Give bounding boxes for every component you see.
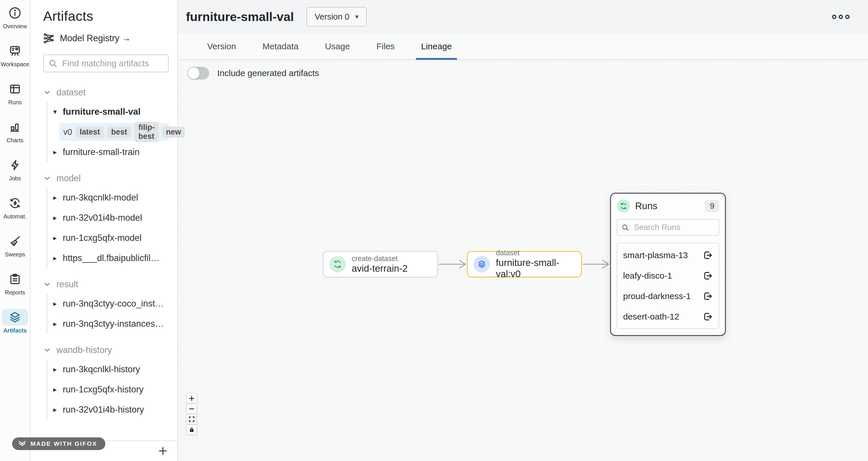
tree-section-header[interactable]: dataset bbox=[43, 85, 169, 100]
tree-section-header[interactable]: result bbox=[43, 277, 169, 292]
artifacts-sidebar: Artifacts Model Registry → dataset ▾ fur… bbox=[31, 0, 178, 461]
model-registry-link[interactable]: Model Registry → bbox=[43, 33, 169, 44]
nav-item-sweeps[interactable]: Sweeps bbox=[0, 233, 30, 271]
include-generated-toggle[interactable] bbox=[187, 67, 209, 80]
tree-item-furniture-small-val[interactable]: ▾ furniture-small-val bbox=[51, 102, 169, 122]
zoom-out-button[interactable] bbox=[187, 404, 196, 414]
tree-item[interactable]: ▸ run-3nq3ctyy-coco_inst… bbox=[51, 294, 169, 314]
tab-lineage[interactable]: Lineage bbox=[419, 33, 454, 59]
artifact-search-input[interactable] bbox=[62, 58, 163, 68]
nav-item-jobs[interactable]: Jobs bbox=[0, 157, 30, 195]
node-dataset-furniture-small-val-v0[interactable]: dataset furniture-small-val:v0 bbox=[467, 251, 582, 278]
tree-item[interactable]: ▸ run-32v01i4b-model bbox=[51, 208, 169, 228]
search-icon bbox=[621, 224, 629, 231]
tree-item[interactable]: ▸ run-3nq3ctyy-instances… bbox=[51, 314, 169, 334]
runs-panel-title: Runs bbox=[635, 201, 657, 211]
minus-icon bbox=[188, 405, 195, 412]
run-row[interactable]: leafy-disco-1 bbox=[617, 265, 719, 286]
more-horizontal-icon bbox=[839, 15, 843, 19]
runs-count-badge: 9 bbox=[705, 200, 719, 212]
more-menu-button[interactable] bbox=[832, 15, 849, 19]
clipboard-icon bbox=[2, 271, 28, 288]
model-registry-label: Model Registry → bbox=[60, 33, 131, 44]
triangle-right-icon[interactable]: ▸ bbox=[51, 148, 59, 156]
tab-version[interactable]: Version bbox=[206, 33, 238, 59]
more-horizontal-icon bbox=[845, 15, 849, 19]
open-run-icon[interactable] bbox=[703, 270, 713, 281]
tree-item[interactable]: ▸ run-3kqcnlkl-model bbox=[51, 188, 169, 208]
nav-item-reports[interactable]: Reports bbox=[0, 271, 30, 309]
run-row[interactable]: smart-plasma-13 bbox=[617, 245, 719, 265]
plus-icon bbox=[158, 446, 168, 456]
chevron-down-icon bbox=[43, 346, 51, 354]
toggle-knob bbox=[188, 67, 199, 79]
nav-item-overview[interactable]: Overview bbox=[0, 5, 30, 42]
run-row[interactable]: proud-darkness-1 bbox=[617, 286, 719, 306]
lock-button[interactable] bbox=[187, 425, 196, 434]
tree-item[interactable]: ▸ run-1cxg5qfx-history bbox=[51, 379, 169, 400]
nav-label: Overview bbox=[3, 23, 27, 30]
tree-item-furniture-small-train[interactable]: ▸ furniture-small-train bbox=[51, 142, 169, 162]
tab-files[interactable]: Files bbox=[375, 33, 396, 59]
nav-item-artifacts[interactable]: Artifacts bbox=[0, 309, 30, 347]
tab-usage[interactable]: Usage bbox=[323, 33, 352, 59]
automation-cycle-icon bbox=[2, 195, 28, 211]
gifox-watermark: MADE WITH GIFOX bbox=[12, 437, 105, 450]
triangle-right-icon[interactable]: ▸ bbox=[51, 234, 59, 242]
lightning-icon bbox=[2, 157, 28, 173]
main-panel: furniture-small-val Version 0 ▾ Version … bbox=[178, 0, 868, 461]
artifact-title: furniture-small-val bbox=[186, 10, 294, 24]
nav-item-automations[interactable]: Automat. bbox=[0, 195, 30, 233]
lineage-canvas[interactable]: Include generated artifacts create-datas… bbox=[178, 60, 868, 461]
version-dropdown[interactable]: Version 0 ▾ bbox=[307, 7, 367, 27]
version-row-v0[interactable]: v0 latest best filip-best new bbox=[59, 123, 169, 141]
run-row[interactable]: desert-oath-12 bbox=[617, 306, 719, 327]
open-run-icon[interactable] bbox=[703, 312, 713, 322]
artifact-tree: dataset ▾ furniture-small-val v0 latest … bbox=[43, 85, 169, 420]
tree-item[interactable]: ▸ https___dl.fbaipublicfil… bbox=[51, 248, 169, 268]
triangle-right-icon[interactable]: ▸ bbox=[51, 406, 59, 414]
tree-item[interactable]: ▸ run-32v01i4b-history bbox=[51, 400, 169, 420]
tree-section-header[interactable]: wandb-history bbox=[43, 343, 169, 357]
caret-down-icon: ▾ bbox=[355, 13, 359, 21]
tab-metadata[interactable]: Metadata bbox=[261, 33, 300, 59]
canvas-zoom-controls bbox=[187, 394, 196, 434]
chevron-down-icon bbox=[43, 174, 51, 182]
triangle-right-icon[interactable]: ▸ bbox=[51, 254, 59, 262]
network-graph-icon bbox=[43, 33, 55, 44]
tag-latest: latest bbox=[76, 126, 104, 138]
tree-item[interactable]: ▸ run-3kqcnlkl-history bbox=[51, 359, 169, 379]
triangle-down-icon[interactable]: ▾ bbox=[51, 108, 59, 116]
triangle-right-icon[interactable]: ▸ bbox=[51, 320, 59, 328]
tree-item[interactable]: ▸ run-1cxg5qfx-model bbox=[51, 228, 169, 248]
runs-search-input[interactable] bbox=[634, 223, 715, 232]
toggle-label: Include generated artifacts bbox=[217, 68, 319, 78]
nav-item-runs[interactable]: Runs bbox=[0, 81, 30, 119]
triangle-right-icon[interactable]: ▸ bbox=[51, 214, 59, 222]
fit-view-button[interactable] bbox=[187, 414, 196, 424]
runs-panel: Runs 9 smart-plasma-13 leafy-disco-1 bbox=[610, 193, 726, 336]
tree-section-dataset: dataset ▾ furniture-small-val v0 latest … bbox=[43, 85, 169, 162]
include-generated-row: Include generated artifacts bbox=[187, 67, 319, 80]
open-run-icon[interactable] bbox=[703, 291, 713, 301]
zoom-in-button[interactable] bbox=[187, 394, 196, 403]
add-button[interactable] bbox=[157, 444, 169, 457]
triangle-right-icon[interactable]: ▸ bbox=[51, 300, 59, 308]
lock-icon bbox=[188, 426, 195, 433]
runs-panel-header: Runs 9 bbox=[617, 199, 719, 213]
tree-section-result: result ▸ run-3nq3ctyy-coco_inst… ▸ run-3… bbox=[43, 277, 169, 334]
nav-item-workspace[interactable]: Workspace bbox=[0, 42, 30, 81]
tree-section-wandb-history: wandb-history ▸ run-3kqcnlkl-history ▸ r… bbox=[43, 343, 169, 420]
triangle-right-icon[interactable]: ▸ bbox=[51, 365, 59, 373]
triangle-right-icon[interactable]: ▸ bbox=[51, 194, 59, 202]
open-run-icon[interactable] bbox=[703, 250, 713, 260]
gifox-label: MADE WITH GIFOX bbox=[31, 440, 97, 447]
tree-section-header[interactable]: model bbox=[43, 171, 169, 186]
triangle-right-icon[interactable]: ▸ bbox=[51, 385, 59, 394]
layers-icon bbox=[2, 309, 28, 325]
chevron-down-icon bbox=[43, 280, 51, 288]
nav-label: Artifacts bbox=[3, 327, 27, 334]
workspace-icon bbox=[2, 42, 28, 59]
nav-item-charts[interactable]: Charts bbox=[0, 119, 30, 157]
node-create-dataset[interactable]: create-dataset avid-terrain-2 bbox=[323, 251, 438, 278]
